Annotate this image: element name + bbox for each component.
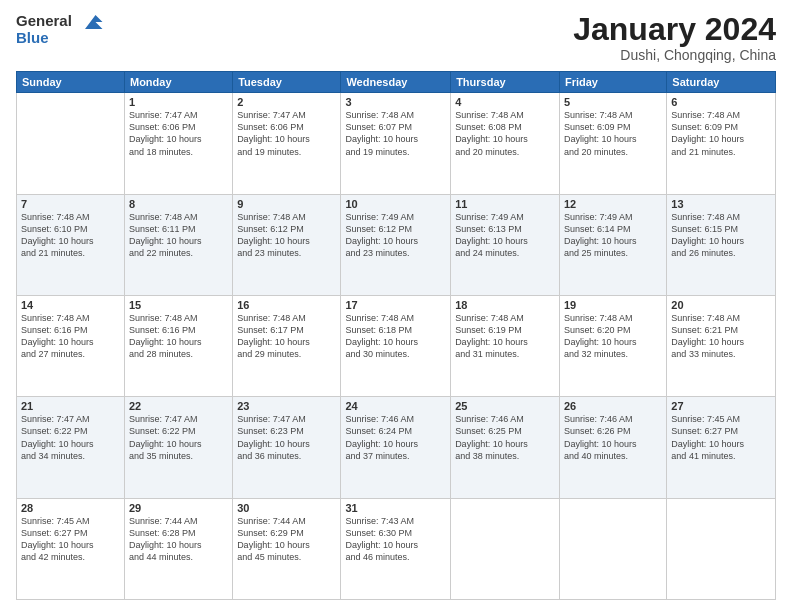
svg-marker-0 <box>85 15 103 29</box>
day-info: Sunrise: 7:48 AMSunset: 6:12 PMDaylight:… <box>237 211 336 260</box>
sunset-text: Sunset: 6:06 PM <box>129 122 196 132</box>
sunrise-text: Sunrise: 7:43 AM <box>345 516 414 526</box>
table-row: 24Sunrise: 7:46 AMSunset: 6:24 PMDayligh… <box>341 397 451 498</box>
day-number: 15 <box>129 299 228 311</box>
daylight-text: Daylight: 10 hoursand 23 minutes. <box>345 236 418 258</box>
day-info: Sunrise: 7:46 AMSunset: 6:24 PMDaylight:… <box>345 413 446 462</box>
day-info: Sunrise: 7:45 AMSunset: 6:27 PMDaylight:… <box>671 413 771 462</box>
sunset-text: Sunset: 6:19 PM <box>455 325 522 335</box>
day-number: 2 <box>237 96 336 108</box>
day-info: Sunrise: 7:45 AMSunset: 6:27 PMDaylight:… <box>21 515 120 564</box>
daylight-text: Daylight: 10 hoursand 26 minutes. <box>671 236 744 258</box>
day-info: Sunrise: 7:48 AMSunset: 6:18 PMDaylight:… <box>345 312 446 361</box>
day-number: 4 <box>455 96 555 108</box>
sunrise-text: Sunrise: 7:48 AM <box>237 212 306 222</box>
table-row: 21Sunrise: 7:47 AMSunset: 6:22 PMDayligh… <box>17 397 125 498</box>
sunrise-text: Sunrise: 7:48 AM <box>237 313 306 323</box>
calendar-week-row: 14Sunrise: 7:48 AMSunset: 6:16 PMDayligh… <box>17 295 776 396</box>
daylight-text: Daylight: 10 hoursand 45 minutes. <box>237 540 310 562</box>
daylight-text: Daylight: 10 hoursand 41 minutes. <box>671 439 744 461</box>
calendar-table: Sunday Monday Tuesday Wednesday Thursday… <box>16 71 776 600</box>
day-number: 14 <box>21 299 120 311</box>
sunset-text: Sunset: 6:09 PM <box>564 122 631 132</box>
header-thursday: Thursday <box>451 72 560 93</box>
title-block: January 2024 Dushi, Chongqing, China <box>573 12 776 63</box>
table-row: 2Sunrise: 7:47 AMSunset: 6:06 PMDaylight… <box>233 93 341 194</box>
day-number: 28 <box>21 502 120 514</box>
sunrise-text: Sunrise: 7:48 AM <box>671 313 740 323</box>
daylight-text: Daylight: 10 hoursand 25 minutes. <box>564 236 637 258</box>
day-info: Sunrise: 7:49 AMSunset: 6:13 PMDaylight:… <box>455 211 555 260</box>
day-number: 11 <box>455 198 555 210</box>
daylight-text: Daylight: 10 hoursand 38 minutes. <box>455 439 528 461</box>
sunrise-text: Sunrise: 7:49 AM <box>345 212 414 222</box>
sunset-text: Sunset: 6:22 PM <box>129 426 196 436</box>
table-row: 19Sunrise: 7:48 AMSunset: 6:20 PMDayligh… <box>559 295 666 396</box>
sunrise-text: Sunrise: 7:46 AM <box>345 414 414 424</box>
table-row: 20Sunrise: 7:48 AMSunset: 6:21 PMDayligh… <box>667 295 776 396</box>
sunrise-text: Sunrise: 7:48 AM <box>455 313 524 323</box>
sunrise-text: Sunrise: 7:49 AM <box>564 212 633 222</box>
sunrise-text: Sunrise: 7:46 AM <box>455 414 524 424</box>
sunset-text: Sunset: 6:30 PM <box>345 528 412 538</box>
sunset-text: Sunset: 6:12 PM <box>237 224 304 234</box>
header-saturday: Saturday <box>667 72 776 93</box>
day-number: 24 <box>345 400 446 412</box>
sunrise-text: Sunrise: 7:47 AM <box>237 110 306 120</box>
sunrise-text: Sunrise: 7:45 AM <box>671 414 740 424</box>
sunset-text: Sunset: 6:26 PM <box>564 426 631 436</box>
sunset-text: Sunset: 6:29 PM <box>237 528 304 538</box>
day-number: 17 <box>345 299 446 311</box>
sunset-text: Sunset: 6:17 PM <box>237 325 304 335</box>
table-row: 15Sunrise: 7:48 AMSunset: 6:16 PMDayligh… <box>124 295 232 396</box>
sunset-text: Sunset: 6:13 PM <box>455 224 522 234</box>
day-number: 29 <box>129 502 228 514</box>
sunrise-text: Sunrise: 7:48 AM <box>564 110 633 120</box>
day-number: 1 <box>129 96 228 108</box>
daylight-text: Daylight: 10 hoursand 35 minutes. <box>129 439 202 461</box>
day-number: 25 <box>455 400 555 412</box>
calendar-week-row: 28Sunrise: 7:45 AMSunset: 6:27 PMDayligh… <box>17 498 776 599</box>
sunrise-text: Sunrise: 7:48 AM <box>455 110 524 120</box>
sunrise-text: Sunrise: 7:48 AM <box>345 313 414 323</box>
sunset-text: Sunset: 6:28 PM <box>129 528 196 538</box>
table-row: 10Sunrise: 7:49 AMSunset: 6:12 PMDayligh… <box>341 194 451 295</box>
day-number: 23 <box>237 400 336 412</box>
header: General Blue January 2024 Dushi, Chongqi… <box>16 12 776 63</box>
day-number: 20 <box>671 299 771 311</box>
daylight-text: Daylight: 10 hoursand 32 minutes. <box>564 337 637 359</box>
sunset-text: Sunset: 6:06 PM <box>237 122 304 132</box>
sunrise-text: Sunrise: 7:47 AM <box>129 414 198 424</box>
daylight-text: Daylight: 10 hoursand 19 minutes. <box>345 134 418 156</box>
daylight-text: Daylight: 10 hoursand 21 minutes. <box>671 134 744 156</box>
daylight-text: Daylight: 10 hoursand 31 minutes. <box>455 337 528 359</box>
calendar-week-row: 7Sunrise: 7:48 AMSunset: 6:10 PMDaylight… <box>17 194 776 295</box>
table-row: 28Sunrise: 7:45 AMSunset: 6:27 PMDayligh… <box>17 498 125 599</box>
day-info: Sunrise: 7:46 AMSunset: 6:25 PMDaylight:… <box>455 413 555 462</box>
sunrise-text: Sunrise: 7:48 AM <box>564 313 633 323</box>
sunrise-text: Sunrise: 7:49 AM <box>455 212 524 222</box>
table-row <box>17 93 125 194</box>
day-number: 8 <box>129 198 228 210</box>
sunrise-text: Sunrise: 7:44 AM <box>129 516 198 526</box>
day-info: Sunrise: 7:47 AMSunset: 6:23 PMDaylight:… <box>237 413 336 462</box>
sunset-text: Sunset: 6:21 PM <box>671 325 738 335</box>
table-row: 17Sunrise: 7:48 AMSunset: 6:18 PMDayligh… <box>341 295 451 396</box>
sunrise-text: Sunrise: 7:47 AM <box>237 414 306 424</box>
day-number: 7 <box>21 198 120 210</box>
day-info: Sunrise: 7:44 AMSunset: 6:29 PMDaylight:… <box>237 515 336 564</box>
sunset-text: Sunset: 6:20 PM <box>564 325 631 335</box>
header-tuesday: Tuesday <box>233 72 341 93</box>
sunset-text: Sunset: 6:11 PM <box>129 224 196 234</box>
table-row: 8Sunrise: 7:48 AMSunset: 6:11 PMDaylight… <box>124 194 232 295</box>
day-info: Sunrise: 7:48 AMSunset: 6:15 PMDaylight:… <box>671 211 771 260</box>
sunset-text: Sunset: 6:24 PM <box>345 426 412 436</box>
table-row: 18Sunrise: 7:48 AMSunset: 6:19 PMDayligh… <box>451 295 560 396</box>
table-row: 14Sunrise: 7:48 AMSunset: 6:16 PMDayligh… <box>17 295 125 396</box>
sunset-text: Sunset: 6:15 PM <box>671 224 738 234</box>
table-row: 31Sunrise: 7:43 AMSunset: 6:30 PMDayligh… <box>341 498 451 599</box>
day-number: 21 <box>21 400 120 412</box>
sunrise-text: Sunrise: 7:46 AM <box>564 414 633 424</box>
daylight-text: Daylight: 10 hoursand 18 minutes. <box>129 134 202 156</box>
sunrise-text: Sunrise: 7:48 AM <box>671 212 740 222</box>
